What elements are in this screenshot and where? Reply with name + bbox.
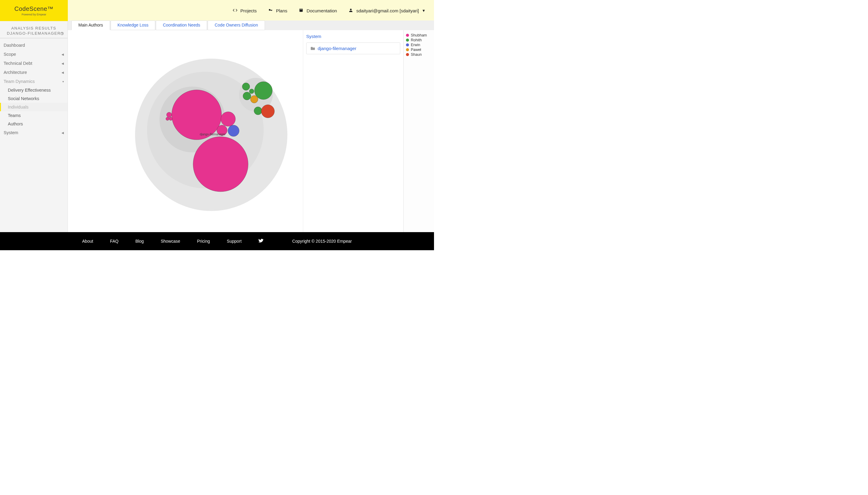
breadcrumb-project-card[interactable]: django-filemanager: [306, 42, 400, 54]
svg-point-10: [166, 117, 169, 121]
legend-dot: [406, 39, 409, 41]
footer: AboutFAQBlogShowcasePricingSupport Copyr…: [0, 232, 434, 250]
sidebar-sub-delivery[interactable]: Delivery Effectiveness: [0, 86, 68, 95]
tab-bar: Main Authors Knowledge Loss Coordination…: [68, 20, 434, 30]
user-icon: [348, 8, 353, 14]
nav-projects[interactable]: Projects: [233, 8, 257, 14]
legend-item[interactable]: Shubham: [406, 33, 432, 37]
breadcrumb-root[interactable]: System: [306, 34, 400, 39]
top-navigation: Projects Plans Documentation sdaityari@g…: [68, 0, 434, 21]
chevron-left-icon: ◀: [62, 53, 64, 56]
sidebar-header: ANALYSIS RESULTS DJANGO-FILEMANAGER: [0, 21, 68, 38]
main-row: ANALYSIS RESULTS DJANGO-FILEMANAGER Dash…: [0, 21, 434, 232]
book-icon: [299, 8, 303, 14]
chevron-left-icon: ◀: [62, 62, 64, 65]
legend-label: Shaun: [411, 52, 422, 57]
breadcrumb-panel: System django-filemanager: [303, 30, 403, 232]
content: Main Authors Knowledge Loss Coordination…: [68, 21, 434, 232]
legend-dot: [406, 34, 409, 37]
legend-label: Paweł: [411, 48, 421, 52]
svg-point-14: [242, 83, 250, 90]
legend-label: Rohith: [411, 38, 422, 42]
viz-row: django-filemanager System django-fileman…: [68, 30, 434, 232]
svg-point-18: [250, 96, 258, 103]
footer-copyright: Copyright © 2015-2020 Empear: [292, 239, 352, 243]
svg-point-17: [254, 107, 262, 115]
sidebar-item-label: Architecture: [4, 70, 27, 75]
footer-link-pricing[interactable]: Pricing: [197, 239, 210, 243]
sidebar-item-label: Team Dynamics: [4, 79, 35, 84]
sidebar-item-label: System: [4, 130, 18, 135]
legend-item[interactable]: Shaun: [406, 52, 432, 57]
logo-subtitle: Powered by Empear: [22, 13, 47, 16]
nav-projects-label: Projects: [241, 8, 257, 13]
sidebar-item-team-dynamics[interactable]: Team Dynamics▾: [0, 77, 68, 86]
svg-point-19: [261, 105, 275, 118]
legend-item[interactable]: Rohith: [406, 38, 432, 42]
chevron-left-icon: ◀: [62, 71, 64, 74]
logo[interactable]: CodeScene™ Powered by Empear: [0, 0, 68, 21]
svg-point-15: [249, 89, 254, 94]
sidebar-header-line1: ANALYSIS RESULTS: [3, 26, 65, 31]
tab-code-owners[interactable]: Code Owners Diffusion: [208, 20, 265, 30]
svg-text:django-filemanager: django-filemanager: [200, 133, 226, 136]
twitter-icon[interactable]: [259, 238, 263, 244]
sidebar-item-technical-debt[interactable]: Technical Debt◀: [0, 59, 68, 68]
svg-point-9: [167, 112, 172, 117]
legend-dot: [406, 44, 409, 47]
legend-label: Erwin: [411, 43, 420, 47]
sidebar-item-architecture[interactable]: Architecture◀: [0, 68, 68, 77]
sidebar-sub-authors[interactable]: Authors: [0, 120, 68, 128]
sidebar-nav: Dashboard Scope◀ Technical Debt◀ Archite…: [0, 38, 68, 137]
footer-link-showcase[interactable]: Showcase: [161, 239, 180, 243]
sidebar-header-line2: DJANGO-FILEMANAGER: [3, 31, 65, 36]
legend-label: Shubham: [411, 33, 427, 37]
footer-link-support[interactable]: Support: [227, 239, 242, 243]
sidebar: ANALYSIS RESULTS DJANGO-FILEMANAGER Dash…: [0, 21, 68, 232]
sidebar-item-dashboard[interactable]: Dashboard: [0, 41, 68, 50]
tab-main-authors[interactable]: Main Authors: [71, 20, 110, 30]
chevron-left-icon: ◀: [62, 131, 64, 134]
sidebar-sub-teams[interactable]: Teams: [0, 111, 68, 120]
nav-plans[interactable]: Plans: [268, 8, 288, 14]
circle-packing-chart[interactable]: django-filemanager: [68, 30, 303, 232]
legend-item[interactable]: Erwin: [406, 43, 432, 47]
nav-documentation-label: Documentation: [307, 8, 337, 13]
sidebar-sub-individuals[interactable]: Individuals: [0, 103, 68, 111]
chevron-down-icon: ▾: [63, 80, 64, 83]
svg-point-12: [228, 125, 239, 136]
legend-item[interactable]: Paweł: [406, 48, 432, 52]
code-icon: [233, 8, 238, 14]
legend-dot: [406, 53, 409, 56]
footer-link-about[interactable]: About: [82, 239, 93, 243]
nav-user-label: sdaityari@gmail.com [sdaityari]: [356, 8, 419, 13]
caret-down-icon: ▾: [422, 8, 425, 13]
folder-icon: [311, 46, 315, 51]
sidebar-sub-social[interactable]: Social Networks: [0, 95, 68, 103]
nav-documentation[interactable]: Documentation: [299, 8, 337, 14]
svg-point-6: [193, 137, 248, 192]
svg-point-11: [169, 117, 172, 121]
footer-link-blog[interactable]: Blog: [135, 239, 144, 243]
legend: ShubhamRohithErwinPawełShaun: [403, 30, 434, 232]
nav-user-menu[interactable]: sdaityari@gmail.com [sdaityari] ▾: [348, 8, 425, 14]
sidebar-item-scope[interactable]: Scope◀: [0, 50, 68, 59]
tab-coordination-needs[interactable]: Coordination Needs: [156, 20, 207, 30]
key-icon: [268, 8, 273, 14]
gear-icon[interactable]: [60, 32, 64, 37]
sidebar-item-label: Dashboard: [4, 43, 25, 48]
svg-point-7: [221, 112, 236, 126]
sidebar-item-system[interactable]: System◀: [0, 128, 68, 137]
footer-link-faq[interactable]: FAQ: [110, 239, 119, 243]
svg-point-0: [350, 8, 352, 10]
nav-plans-label: Plans: [276, 8, 288, 13]
tab-knowledge-loss[interactable]: Knowledge Loss: [110, 20, 156, 30]
breadcrumb-project-label: django-filemanager: [318, 46, 356, 51]
svg-point-16: [243, 92, 251, 100]
legend-dot: [406, 48, 409, 51]
sidebar-item-label: Technical Debt: [4, 61, 32, 66]
sidebar-item-label: Scope: [4, 52, 16, 57]
logo-title: CodeScene™: [15, 5, 54, 12]
topbar: CodeScene™ Powered by Empear Projects Pl…: [0, 0, 434, 21]
